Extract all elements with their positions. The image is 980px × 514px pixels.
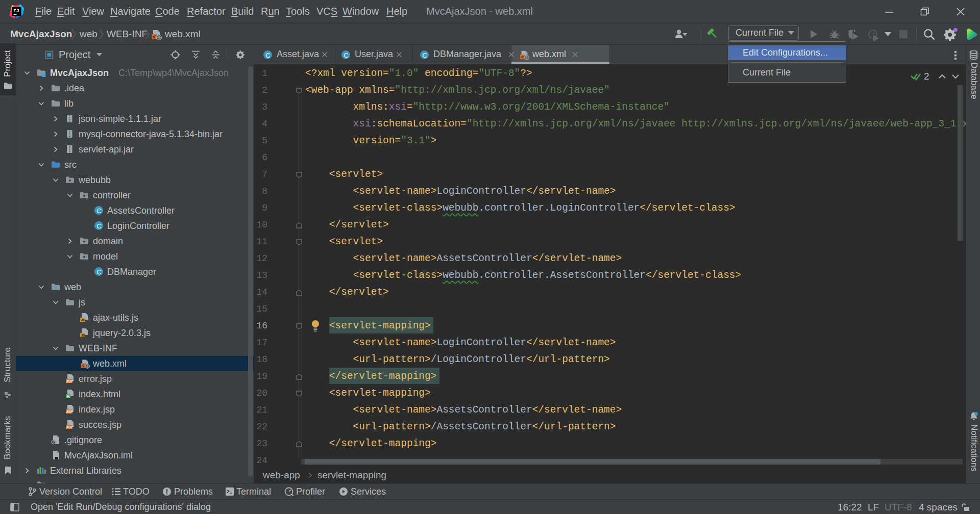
svg-text:C: C: [96, 222, 102, 230]
svg-text:C: C: [96, 268, 102, 276]
svg-text:JS: JS: [81, 318, 85, 322]
svg-text:<: <: [153, 34, 156, 40]
svg-text:C: C: [422, 52, 427, 59]
svg-text:JSP: JSP: [66, 379, 74, 383]
svg-text:IJ: IJ: [13, 8, 19, 14]
svg-text:<: <: [521, 55, 524, 60]
svg-text:H: H: [67, 394, 70, 399]
svg-text:JSP: JSP: [66, 410, 74, 414]
svg-text:JS: JS: [81, 333, 85, 338]
svg-text:C: C: [265, 52, 271, 59]
svg-text:<: <: [82, 363, 84, 368]
svg-text:C: C: [344, 52, 349, 59]
svg-text:C: C: [96, 207, 102, 215]
svg-text:JSP: JSP: [66, 425, 74, 429]
